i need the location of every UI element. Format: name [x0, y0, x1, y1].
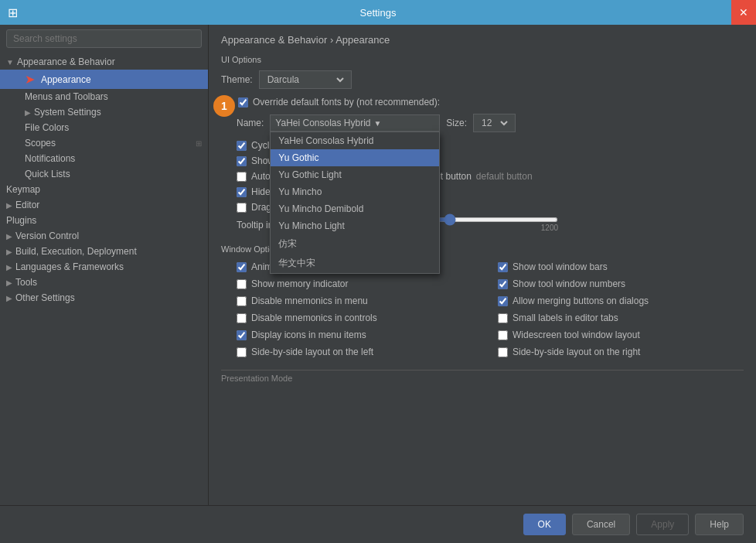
- option-disable-mnemonics-controls: Disable mnemonics in controls: [237, 311, 482, 325]
- sidebar-item-label: Appearance: [41, 74, 91, 85]
- sidebar-section: ▼ Appearance & Behavior ➤ Appearance Men…: [0, 53, 208, 307]
- help-button[interactable]: Help: [695, 514, 744, 535]
- sidebar-item-label: Appearance & Behavior: [17, 56, 115, 67]
- sidebar-item-build-exec[interactable]: ▶ Build, Execution, Deployment: [0, 244, 208, 259]
- sidebar-item-languages[interactable]: ▶ Languages & Frameworks: [0, 259, 208, 275]
- option-disable-mnemonics-menu: Disable mnemonics in menu: [237, 294, 482, 308]
- theme-label: Theme:: [221, 74, 253, 85]
- content-area: ▼ Appearance & Behavior ➤ Appearance Men…: [0, 25, 756, 505]
- sidebar-item-editor[interactable]: ▶ Editor: [0, 197, 208, 213]
- theme-dropdown[interactable]: Darcula IntelliJ Windows 10: [264, 73, 346, 86]
- search-input[interactable]: [6, 29, 202, 48]
- sidebar-item-label: System Settings: [34, 107, 101, 118]
- font-option-yu-gothic-light[interactable]: Yu Gothic Light: [271, 166, 439, 183]
- expand-arrow-icon: ▶: [6, 263, 12, 272]
- font-option-yu-gothic[interactable]: Yu Gothic: [271, 149, 439, 166]
- option-side-by-side-left: Side-by-side layout on the left: [237, 345, 482, 359]
- theme-row: Theme: Darcula IntelliJ Windows 10: [221, 70, 744, 89]
- small-labels-label: Small labels in editor tabs: [513, 312, 618, 323]
- font-option-fangsong[interactable]: 仿宋: [271, 234, 439, 254]
- name-label: Name:: [237, 118, 264, 128]
- sidebar-item-file-colors[interactable]: File Colors: [0, 120, 208, 135]
- widescreen-label: Widescreen tool window layout: [513, 330, 640, 340]
- show-tool-window-numbers-label: Show tool window numbers: [513, 278, 625, 289]
- show-tool-window-numbers-checkbox[interactable]: [498, 279, 508, 289]
- font-option-yahei[interactable]: YaHei Consolas Hybrid: [271, 132, 439, 149]
- sidebar-item-menus-toolbars[interactable]: Menus and Toolbars: [0, 89, 208, 104]
- font-option-huawen[interactable]: 华文中宋: [271, 254, 439, 273]
- font-value-label: YaHei Consolas Hybrid: [275, 118, 370, 128]
- side-by-side-right-checkbox[interactable]: [498, 347, 508, 357]
- sidebar-item-notifications[interactable]: Notifications: [0, 151, 208, 166]
- expand-arrow-icon: ▼: [6, 58, 14, 67]
- sidebar-item-keymap[interactable]: Keymap: [0, 182, 208, 197]
- cancel-button[interactable]: Cancel: [572, 514, 630, 535]
- sidebar-item-label: Keymap: [6, 184, 40, 195]
- disable-mnemonics-menu-checkbox[interactable]: [237, 296, 247, 306]
- side-by-side-right-label: Side-by-side layout on the right: [513, 347, 640, 357]
- auto-checkbox[interactable]: [237, 172, 247, 182]
- slider-max-label: 1200: [541, 224, 558, 232]
- option-side-by-side-right: Side-by-side layout on the right: [498, 345, 744, 359]
- breadcrumb: Appearance & Behavior › Appearance: [221, 34, 744, 46]
- sidebar-item-label: Plugins: [6, 215, 36, 226]
- ui-options-label: UI Options: [221, 55, 744, 64]
- animate-windows-checkbox[interactable]: [237, 262, 247, 272]
- size-select[interactable]: 12 13 14 16: [473, 114, 516, 132]
- scope-icon: ⊞: [196, 139, 202, 148]
- cyclic-checkbox[interactable]: [237, 141, 247, 151]
- sidebar-item-label: Languages & Frameworks: [15, 261, 124, 272]
- font-option-yu-mincho[interactable]: Yu Mincho: [271, 183, 439, 200]
- step-badge: 1: [213, 95, 235, 117]
- option-show-tool-window-bars: Show tool window bars: [498, 260, 744, 274]
- sidebar-item-label: File Colors: [25, 122, 69, 133]
- sidebar-item-quick-lists[interactable]: Quick Lists: [0, 166, 208, 182]
- widescreen-checkbox[interactable]: [498, 330, 508, 340]
- expand-arrow-icon: ▶: [25, 108, 31, 117]
- display-icons-checkbox[interactable]: [237, 330, 247, 340]
- disable-mnemonics-controls-checkbox[interactable]: [237, 313, 247, 323]
- hide-nav-checkbox[interactable]: [237, 187, 247, 197]
- show-icons-checkbox[interactable]: [237, 156, 247, 166]
- show-memory-checkbox[interactable]: [237, 279, 247, 289]
- sidebar-item-label: Version Control: [15, 231, 79, 241]
- allow-merging-checkbox[interactable]: [498, 296, 508, 306]
- bottom-bar: OK Cancel Apply Help: [0, 505, 756, 543]
- display-icons-label: Display icons in menu items: [251, 330, 366, 340]
- option-display-icons: Display icons in menu items: [237, 328, 482, 342]
- sidebar-item-label: Other Settings: [15, 292, 75, 303]
- font-dropdown-list: YaHei Consolas Hybrid Yu Gothic Yu Gothi…: [270, 131, 440, 274]
- size-dropdown[interactable]: 12 13 14 16: [478, 117, 510, 129]
- font-option-yu-mincho-demibold[interactable]: Yu Mincho Demibold: [271, 200, 439, 217]
- expand-arrow-icon: ▶: [6, 248, 12, 256]
- sidebar-item-appearance[interactable]: ➤ Appearance: [0, 70, 208, 89]
- sidebar-item-label: Build, Execution, Deployment: [15, 246, 137, 257]
- window-title: Settings: [360, 7, 397, 19]
- show-tool-window-bars-checkbox[interactable]: [498, 262, 508, 272]
- override-checkbox[interactable]: [238, 97, 248, 108]
- arrow-right-icon: ➤: [25, 72, 35, 87]
- sidebar-item-version-control[interactable]: ▶ Version Control: [0, 228, 208, 244]
- name-size-row: Name: YaHei Consolas Hybrid ▼ YaHei Cons…: [237, 114, 744, 132]
- drag-checkbox[interactable]: [237, 203, 247, 213]
- side-by-side-left-checkbox[interactable]: [237, 347, 247, 357]
- font-option-yu-mincho-light[interactable]: Yu Mincho Light: [271, 217, 439, 234]
- apply-button[interactable]: Apply: [636, 514, 689, 535]
- sidebar-item-scopes[interactable]: Scopes ⊞: [0, 135, 208, 151]
- disable-mnemonics-menu-label: Disable mnemonics in menu: [251, 295, 368, 306]
- ok-button[interactable]: OK: [523, 514, 566, 535]
- sidebar-item-tools[interactable]: ▶ Tools: [0, 275, 208, 290]
- sidebar-item-plugins[interactable]: Plugins: [0, 213, 208, 228]
- sidebar-item-appearance-behavior[interactable]: ▼ Appearance & Behavior: [0, 54, 208, 70]
- sidebar-item-system-settings[interactable]: ▶ System Settings: [0, 104, 208, 120]
- font-dropdown-button[interactable]: YaHei Consolas Hybrid ▼: [270, 114, 440, 131]
- override-label: Override default fonts by (not recommend…: [253, 97, 440, 108]
- close-button[interactable]: ✕: [731, 0, 756, 25]
- override-row: 1 Override default fonts by (not recomme…: [221, 97, 744, 108]
- expand-arrow-icon: ▶: [6, 201, 12, 210]
- sidebar-item-label: Notifications: [25, 153, 75, 164]
- theme-select[interactable]: Darcula IntelliJ Windows 10: [259, 70, 352, 89]
- sidebar-item-other-settings[interactable]: ▶ Other Settings: [0, 290, 208, 306]
- small-labels-checkbox[interactable]: [498, 313, 508, 323]
- title-bar: ⊞ Settings ✕: [0, 0, 756, 25]
